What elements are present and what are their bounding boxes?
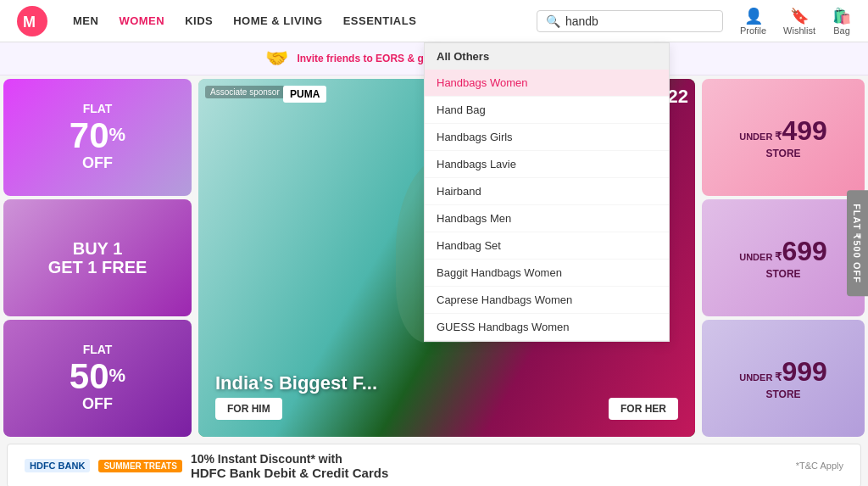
nav-kids[interactable]: KIDS <box>185 14 213 27</box>
nav-essentials[interactable]: ESSENTIALS <box>343 14 417 27</box>
profile-button[interactable]: 👤 Profile <box>740 7 766 36</box>
wishlist-label: Wishlist <box>783 25 815 36</box>
promo-icon: 🤝 <box>265 47 288 70</box>
header-actions: 👤 Profile 🔖 Wishlist 🛍️ Bag <box>740 7 851 36</box>
summer-badge: SUMMER TREATS <box>98 460 181 472</box>
dropdown-item-3[interactable]: Handbags Lavie <box>425 151 669 178</box>
nav-women[interactable]: WOMEN <box>119 14 164 27</box>
center-title: India's Biggest F... <box>215 372 377 394</box>
buy1-text: BUY 1 GET 1 FREE <box>48 239 147 277</box>
bag-icon: 🛍️ <box>832 7 851 25</box>
nav-home-living[interactable]: HOME & LIVING <box>233 14 322 27</box>
dropdown-item-5[interactable]: Handbags Men <box>425 205 669 232</box>
price499-text: UNDER ₹499 STORE <box>739 115 827 159</box>
search-input[interactable] <box>565 14 714 28</box>
dropdown-item-0[interactable]: Handbags Women <box>425 70 669 97</box>
dropdown-header: All Others <box>425 43 669 70</box>
flat70-banner[interactable]: FLAT 70% OFF <box>3 79 192 196</box>
price999-banner[interactable]: UNDER ₹999 STORE <box>702 320 865 437</box>
flat500-tab[interactable]: FLAT ₹500 OFF <box>847 190 868 297</box>
dropdown-item-2[interactable]: Handbags Girls <box>425 124 669 151</box>
bag-button[interactable]: 🛍️ Bag <box>832 7 851 36</box>
dropdown-item-6[interactable]: Handbag Set <box>425 232 669 260</box>
price499-banner[interactable]: UNDER ₹499 STORE <box>702 79 865 196</box>
left-banners: FLAT 70% OFF BUY 1 GET 1 FREE FLAT 50% O… <box>0 75 195 440</box>
flat50-banner[interactable]: FLAT 50% OFF <box>3 320 192 437</box>
nav-men[interactable]: MEN <box>73 14 98 27</box>
for-him-button[interactable]: FOR HIM <box>215 398 282 420</box>
bank-offer-text: 10% Instant Discount* with HDFC Bank Deb… <box>191 452 388 480</box>
bag-label: Bag <box>833 25 850 36</box>
flat50-text: FLAT 50% OFF <box>70 344 125 412</box>
price699-banner[interactable]: UNDER ₹699 STORE <box>702 199 865 316</box>
right-banners: UNDER ₹499 STORE UNDER ₹699 STORE UNDER … <box>698 75 868 440</box>
dropdown-item-9[interactable]: GUESS Handbags Women <box>425 314 669 341</box>
header: M MEN WOMEN KIDS HOME & LIVING ESSENTIAL… <box>0 0 868 42</box>
wishlist-button[interactable]: 🔖 Wishlist <box>783 7 815 36</box>
bank-offer-bar: HDFC BANK SUMMER TREATS 10% Instant Disc… <box>7 444 861 486</box>
wishlist-icon: 🔖 <box>790 7 809 25</box>
main-nav: MEN WOMEN KIDS HOME & LIVING ESSENTIALS <box>73 14 537 27</box>
search-dropdown: All Others Handbags Women Hand Bag Handb… <box>424 42 670 342</box>
profile-label: Profile <box>740 25 766 36</box>
center-brand: PUMA <box>283 86 326 103</box>
center-sponsor: Associate sponsor <box>205 86 285 98</box>
svg-text:M: M <box>23 14 36 31</box>
flat70-text: FLAT 70% OFF <box>70 103 125 171</box>
for-her-button[interactable]: FOR HER <box>609 398 678 420</box>
search-icon: 🔍 <box>546 14 560 28</box>
dropdown-item-7[interactable]: Baggit Handbags Women <box>425 260 669 287</box>
price699-text: UNDER ₹699 STORE <box>739 236 827 280</box>
buy1-banner[interactable]: BUY 1 GET 1 FREE <box>3 199 192 316</box>
dropdown-item-4[interactable]: Hairband <box>425 178 669 205</box>
dropdown-item-1[interactable]: Hand Bag <box>425 97 669 124</box>
price999-text: UNDER ₹999 STORE <box>739 356 827 400</box>
logo[interactable]: M <box>17 6 47 36</box>
bank-logo: HDFC BANK <box>25 459 90 472</box>
bank-tac: *T&C Apply <box>796 461 843 471</box>
dropdown-item-8[interactable]: Caprese Handbags Women <box>425 287 669 314</box>
profile-icon: 👤 <box>744 7 763 25</box>
search-bar: 🔍 <box>537 10 723 32</box>
